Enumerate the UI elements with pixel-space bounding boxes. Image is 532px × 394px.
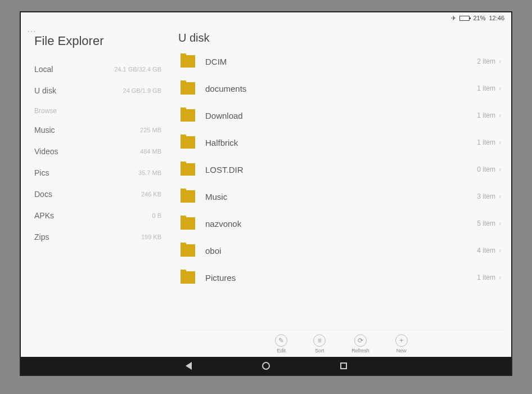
folder-name: Pictures: [205, 273, 477, 283]
folder-name: oboi: [205, 246, 477, 256]
folder-icon: [181, 136, 195, 149]
sidebar-item-local[interactable]: Local 24.1 GB/32.4 GB: [34, 59, 161, 80]
sidebar-item-meta: 246 KB: [141, 191, 161, 198]
sidebar-item-meta: 225 MB: [140, 127, 161, 133]
system-nav-bar: [21, 357, 511, 375]
folder-name: Halfbrick: [205, 138, 477, 147]
folder-name: Music: [205, 192, 477, 202]
folder-icon: [181, 55, 195, 68]
folder-icon: [181, 163, 195, 176]
sidebar-item-label: APKs: [34, 211, 54, 220]
sidebar-item-zips[interactable]: Zips 199 KB: [34, 226, 161, 248]
home-button[interactable]: [261, 361, 271, 371]
folder-count: 2 item: [477, 57, 495, 65]
sidebar-item-udisk[interactable]: U disk 24 GB/1.9 GB: [34, 80, 161, 101]
content-area: File Explorer Local 24.1 GB/32.4 GB U di…: [21, 24, 511, 357]
folder-icon: [181, 244, 195, 257]
folder-count: 1 item: [477, 138, 495, 146]
sidebar-item-label: Docs: [34, 190, 52, 199]
main-panel: U disk DCIM 2 item › documents 1 item › …: [173, 24, 511, 357]
folder-count: 1 item: [477, 274, 495, 281]
sidebar-item-meta: 199 KB: [141, 234, 161, 240]
bottom-toolbar: ✎ Edit ≡ Sort ⟳ Refresh + New: [177, 330, 506, 357]
sidebar-item-meta: 24 GB/1.9 GB: [123, 87, 161, 94]
square-recents-icon: [340, 362, 347, 369]
sidebar-item-label: Pics: [34, 168, 49, 177]
chevron-right-icon: ›: [499, 84, 501, 92]
airplane-mode-icon: ✈: [451, 15, 456, 22]
folder-count: 1 item: [477, 84, 495, 92]
folder-icon: [181, 271, 195, 284]
folder-icon: [181, 82, 195, 95]
refresh-button[interactable]: ⟳ Refresh: [351, 334, 369, 353]
folder-row[interactable]: Music 3 item ›: [177, 183, 506, 210]
chevron-right-icon: ›: [499, 274, 501, 281]
chevron-right-icon: ›: [499, 57, 501, 65]
battery-percent: 21%: [473, 15, 485, 21]
chevron-right-icon: ›: [499, 138, 501, 146]
folder-row[interactable]: Download 1 item ›: [177, 102, 506, 129]
folder-name: Download: [205, 111, 477, 120]
sidebar-item-label: Music: [34, 126, 55, 135]
plus-icon: +: [395, 334, 408, 347]
sidebar-item-music[interactable]: Music 225 MB: [34, 119, 161, 141]
folder-name: documents: [205, 84, 477, 93]
folder-row[interactable]: LOST.DIR 0 item ›: [177, 156, 506, 183]
sidebar-item-apks[interactable]: APKs 0 B: [34, 205, 161, 226]
sidebar-item-videos[interactable]: Videos 484 MB: [34, 141, 161, 162]
back-button[interactable]: [183, 361, 193, 371]
sidebar-item-docs[interactable]: Docs 246 KB: [34, 183, 161, 205]
edit-button[interactable]: ✎ Edit: [275, 334, 287, 353]
sort-icon: ≡: [313, 334, 326, 347]
folder-row[interactable]: documents 1 item ›: [177, 75, 506, 102]
chevron-right-icon: ›: [499, 165, 501, 173]
folder-list: DCIM 2 item › documents 1 item › Downloa…: [177, 48, 506, 330]
sidebar-item-label: Local: [34, 65, 53, 74]
chevron-right-icon: ›: [499, 111, 501, 119]
folder-count: 4 item: [477, 247, 495, 254]
folder-row[interactable]: Halfbrick 1 item ›: [177, 129, 506, 156]
sidebar-item-meta: 0 B: [152, 212, 161, 219]
sidebar-item-pics[interactable]: Pics 35.7 MB: [34, 162, 161, 183]
location-title: U disk: [177, 32, 506, 44]
triangle-back-icon: [186, 362, 192, 370]
folder-count: 0 item: [477, 165, 495, 173]
folder-name: nazvonok: [205, 219, 477, 229]
overflow-menu[interactable]: ⋯: [28, 27, 37, 36]
sidebar-item-meta: 35.7 MB: [138, 169, 161, 176]
folder-name: LOST.DIR: [205, 165, 477, 174]
folder-icon: [181, 217, 195, 230]
folder-row[interactable]: DCIM 2 item ›: [177, 48, 506, 75]
folder-count: 3 item: [477, 192, 495, 200]
app-window: ⋯ ✈ 21% 12:46 File Explorer Local 24.1 G…: [20, 11, 512, 376]
battery-icon: [459, 16, 470, 21]
folder-row[interactable]: Pictures 1 item ›: [177, 264, 506, 291]
sidebar-item-label: U disk: [34, 86, 56, 95]
folder-icon: [181, 109, 195, 122]
sidebar: File Explorer Local 24.1 GB/32.4 GB U di…: [21, 24, 173, 357]
chevron-right-icon: ›: [499, 192, 501, 200]
status-bar: ✈ 21% 12:46: [21, 12, 511, 24]
recents-button[interactable]: [339, 361, 349, 371]
refresh-icon: ⟳: [354, 334, 367, 347]
sidebar-section-header: Browse: [34, 107, 161, 115]
sort-button[interactable]: ≡ Sort: [313, 334, 326, 353]
chevron-right-icon: ›: [499, 220, 501, 227]
folder-row[interactable]: nazvonok 5 item ›: [177, 210, 506, 237]
sidebar-item-label: Zips: [34, 232, 49, 241]
folder-icon: [181, 190, 195, 203]
folder-name: DCIM: [205, 57, 477, 66]
folder-row[interactable]: oboi 4 item ›: [177, 237, 506, 264]
app-title: File Explorer: [34, 34, 161, 48]
folder-count: 5 item: [477, 220, 495, 227]
sidebar-item-meta: 24.1 GB/32.4 GB: [114, 66, 161, 73]
new-button[interactable]: + New: [395, 334, 408, 353]
pencil-icon: ✎: [275, 334, 287, 347]
folder-count: 1 item: [477, 111, 495, 119]
chevron-right-icon: ›: [499, 247, 501, 254]
sidebar-item-meta: 484 MB: [140, 148, 161, 155]
clock: 12:46: [489, 15, 504, 21]
circle-home-icon: [262, 362, 270, 370]
sidebar-item-label: Videos: [34, 147, 58, 156]
